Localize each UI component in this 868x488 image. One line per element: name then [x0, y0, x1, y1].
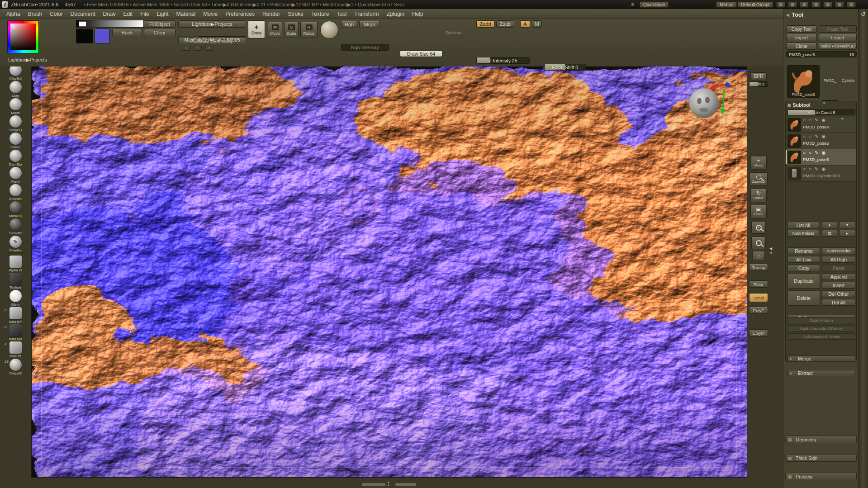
subtool-row-selected[interactable]: ○○✎◉ PM3D_pose6	[787, 149, 856, 166]
mrgb-button[interactable]: Mrgb	[359, 21, 380, 28]
brush-inflate[interactable]: Inflate	[5, 133, 26, 149]
tool-panel-header[interactable]: ◀ Tool	[786, 11, 803, 18]
subtool-header[interactable]: ▦ Subtool	[787, 102, 811, 108]
edit-pen-icon[interactable]: ✎	[815, 118, 818, 123]
zoom-in-button[interactable]: +	[751, 221, 766, 234]
visibility-ring-icon[interactable]: ○	[803, 166, 806, 171]
paste-tool-button[interactable]: Paste Tool	[819, 25, 857, 33]
layout-preset-icon-5[interactable]: ▦	[823, 1, 832, 8]
append-button[interactable]: Append	[822, 273, 855, 280]
all-high-button[interactable]: All High	[822, 256, 855, 263]
copy-subtool-button[interactable]: Copy	[787, 265, 820, 271]
transp-button[interactable]: Transp	[749, 264, 768, 271]
copy-tool-button[interactable]: Copy Tool	[786, 25, 817, 33]
brush-damstandard[interactable]: DamSta	[5, 150, 26, 166]
brush-clay[interactable]: Clay	[5, 81, 26, 98]
autoreorder-button[interactable]: AutoReorder	[822, 247, 855, 254]
brush-imm-primitives[interactable]: 4IMM Pr	[5, 341, 26, 358]
menu-edit[interactable]: Edit	[123, 11, 133, 17]
white-color-chip[interactable]	[79, 21, 86, 27]
dynamic-label[interactable]: Dynamic	[446, 30, 462, 35]
symmetry-z-button[interactable]: Z	[204, 46, 213, 51]
visibility-ring-icon[interactable]: ○	[803, 118, 806, 123]
zoom3d-button[interactable]: Zoom3D	[749, 172, 768, 186]
focal-shift-slider[interactable]: Focal Shift 0	[544, 64, 586, 71]
material-preview[interactable]	[320, 21, 338, 39]
menu-brush[interactable]: Brush	[28, 11, 42, 17]
visibility-ring-icon[interactable]: ○	[809, 118, 811, 123]
delete-button[interactable]: Delete	[787, 290, 820, 306]
layout-preset-icon-1[interactable]: ▦	[776, 1, 785, 8]
visibility-eye-icon[interactable]: ◉	[821, 166, 825, 171]
visibility-eye-icon[interactable]: ◉	[821, 134, 825, 139]
persp-button[interactable]: ◇	[752, 251, 765, 261]
import-button[interactable]: Import	[786, 34, 817, 41]
clear-button[interactable]: Clear	[144, 29, 175, 36]
menu-file[interactable]: File	[140, 11, 149, 17]
folder-icon-button[interactable]: ▤	[822, 230, 837, 237]
main-color-swatch[interactable]	[76, 28, 93, 43]
list-all-button[interactable]: List All	[787, 222, 819, 228]
layout-preset-icon-4[interactable]: ▦	[811, 1, 821, 8]
breadcrumb[interactable]: Lightbox▶Projects	[8, 57, 47, 62]
all-low-button[interactable]: All Low	[787, 256, 820, 263]
subtool-up-button[interactable]: ▲	[822, 222, 837, 228]
del-other-button[interactable]: Del Other	[822, 290, 855, 297]
subtool-row[interactable]: ○○✎◉ PM3D_pose5	[787, 133, 856, 149]
zbrush-logo-icon[interactable]: Z	[2, 1, 8, 8]
symmetry-y-button[interactable]: Y	[193, 46, 202, 51]
menu-alpha[interactable]: Alpha	[6, 11, 20, 17]
menu-tool[interactable]: Tool	[337, 11, 346, 17]
subtool-down-button[interactable]: ▼	[839, 222, 855, 228]
mask-m-button[interactable]: M	[532, 20, 542, 28]
fill-object-button[interactable]: FillObject	[144, 20, 175, 28]
menu-color[interactable]: Color	[50, 11, 63, 17]
visibility-ring-icon[interactable]: ○	[809, 166, 811, 171]
menu-document[interactable]: Document	[71, 11, 95, 17]
visibility-ring-icon[interactable]: ○	[803, 150, 806, 155]
del-all-button[interactable]: Del All	[822, 299, 855, 306]
secondary-color-swatch[interactable]	[95, 28, 110, 43]
rgb-button[interactable]: Rgb	[341, 21, 357, 28]
visible-count-slider[interactable]: Visible Count 6	[787, 109, 855, 115]
menu-stroke[interactable]: Stroke	[288, 11, 304, 17]
texture-slot[interactable]: Texture	[5, 273, 26, 289]
restore-panel-icon[interactable]: ↺	[861, 11, 866, 488]
palette-scroll-strip[interactable]: ↺	[858, 9, 868, 488]
floor-button[interactable]: Floor	[749, 280, 768, 288]
scroll-move-button[interactable]: +Move	[750, 156, 767, 170]
z-intensity-slider[interactable]: Z Intensity 25	[476, 57, 530, 64]
rotate-mode-button[interactable]: R Rotate	[300, 22, 318, 38]
brush-freehand[interactable]: ✎FreeHa	[5, 236, 26, 252]
lsym-button[interactable]: L.Sym	[749, 329, 768, 336]
brush-chiselstd[interactable]: 29ChiselS	[5, 359, 26, 375]
menu-transform[interactable]: Transform	[354, 11, 379, 17]
default-zscript-button[interactable]: DefaultZScript	[737, 1, 773, 8]
lightbox-projects-button[interactable]: Lightbox▶Projects	[178, 20, 246, 28]
insert-button[interactable]: Insert	[822, 282, 855, 289]
edit-pen-icon[interactable]: ✎	[815, 134, 818, 139]
subtool-row[interactable]: ○○✎◉ PM3D_Cylinder3D1	[787, 166, 856, 182]
scale-mode-button[interactable]: S Scale	[284, 22, 299, 38]
layout-preset-icon-7[interactable]: ▦	[847, 1, 856, 8]
split-hidden-button[interactable]: Split Hidden	[787, 317, 855, 323]
menu-preferences[interactable]: Preferences	[225, 11, 255, 17]
move-mode-button[interactable]: M Move	[268, 22, 282, 38]
export-button[interactable]: Export	[819, 34, 857, 41]
subtool-row[interactable]: ○○✎◉ PM3D_pose4	[787, 117, 856, 133]
panel-collapse-arrows[interactable]: ◀ ◀	[769, 247, 772, 255]
extract-section-header[interactable]: ▸Extract	[787, 370, 855, 376]
visibility-eye-icon[interactable]: ◉	[821, 118, 825, 123]
draw-size-slider[interactable]: Draw Size 64	[400, 50, 442, 57]
brush-imm-model[interactable]: 0IMM Mo	[5, 324, 26, 341]
merge-section-header[interactable]: ▸Merge	[787, 355, 855, 362]
clone-button[interactable]: Clone	[786, 43, 817, 50]
menu-render[interactable]: Render	[262, 11, 280, 17]
rgb-intensity-slider[interactable]: Rgb Intensity	[341, 44, 389, 51]
symmetry-x-button[interactable]: X	[182, 46, 191, 51]
active-tool-slider[interactable]: PM3D_pose6. 16	[786, 51, 857, 57]
section-geometry[interactable]: ▦Geometry	[785, 436, 857, 443]
layout-preset-icon-6[interactable]: ▦	[835, 1, 844, 8]
section-preview[interactable]: ▦Preview	[785, 473, 857, 480]
menu-movie[interactable]: Movie	[203, 11, 218, 17]
